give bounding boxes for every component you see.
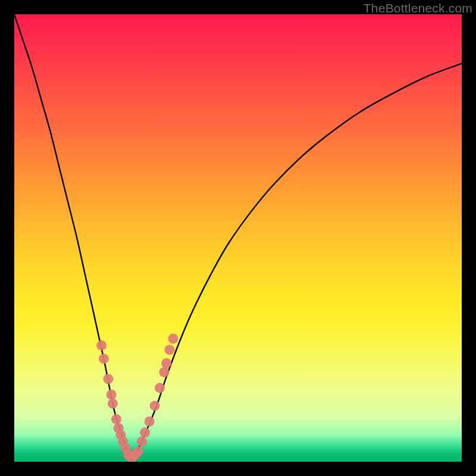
- bottleneck-heat-gradient: [14, 14, 462, 462]
- chart-frame: [14, 14, 462, 462]
- plot-area: [14, 14, 462, 462]
- watermark-text: TheBottleneck.com: [364, 1, 472, 15]
